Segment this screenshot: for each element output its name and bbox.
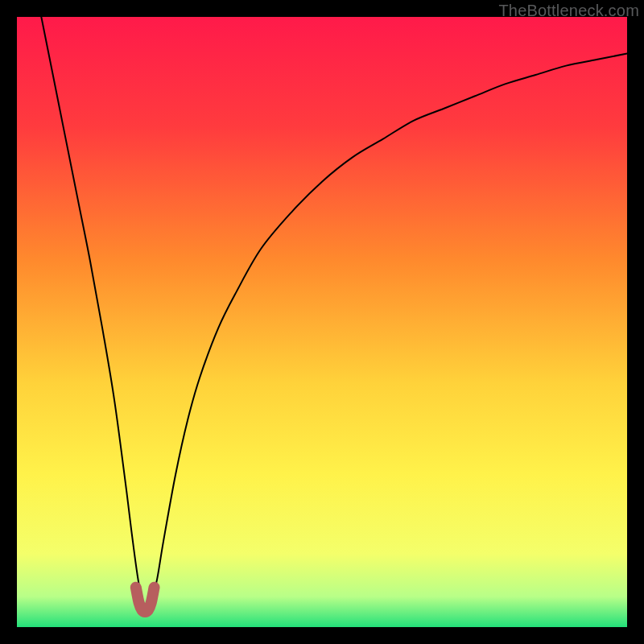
curve-layer <box>17 17 627 627</box>
bottleneck-curve <box>41 17 627 610</box>
chart-frame: TheBottleneck.com <box>0 0 644 644</box>
optimal-marker <box>136 588 155 612</box>
plot-area <box>17 17 627 627</box>
watermark-text: TheBottleneck.com <box>498 2 639 20</box>
